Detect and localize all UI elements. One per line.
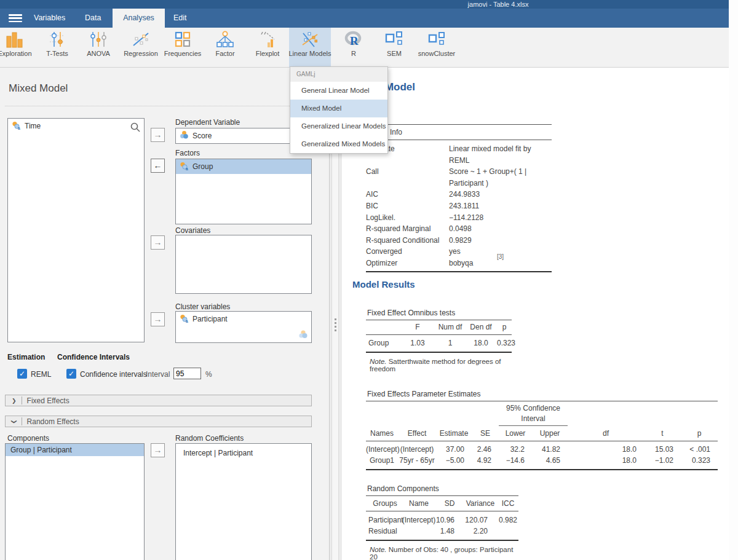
cell: 0.982 — [498, 515, 518, 526]
toolbar-item-label: SEM — [387, 50, 402, 57]
cell: Effect — [398, 428, 436, 439]
splitter-drag-handle[interactable] — [335, 318, 336, 333]
variable-item-time[interactable]: a Time — [8, 119, 144, 133]
interval-input[interactable] — [173, 368, 201, 379]
tab-edit[interactable]: Edit — [173, 9, 187, 28]
factors-label: Factors — [175, 149, 200, 157]
cell: df — [568, 428, 644, 439]
confidence-intervals-checkbox[interactable]: ✓ — [66, 369, 76, 379]
cell: 4.65 — [532, 455, 568, 466]
footnote-marker: [3] — [497, 253, 504, 260]
remove-factor-button[interactable]: ← — [151, 159, 165, 173]
cell: 75yr - 65yr — [398, 455, 436, 466]
factor-icon — [216, 29, 234, 50]
cell: p — [497, 321, 512, 333]
table-header-row: GroupsNameSDVarianceICC — [366, 496, 518, 511]
anova-icon — [89, 29, 108, 50]
fixed-estimates-table: Fixed Effects Parameter Estimates 95% Co… — [366, 388, 718, 470]
variable-item-group[interactable]: a Group — [176, 159, 311, 174]
model-results-heading: Model Results — [352, 279, 415, 290]
assign-cluster-button[interactable]: → — [151, 312, 165, 326]
menu-item-mixed-model[interactable]: Mixed Model — [290, 100, 387, 117]
table-row: LogLikel.−114.2128 — [366, 212, 552, 224]
ci-group-header-row: 95% Confidence Interval — [366, 401, 718, 426]
assign-dependent-button[interactable]: → — [151, 128, 165, 142]
components-box[interactable]: Group | Participant — [5, 443, 145, 560]
table-title: Fixed Effect Omnibus tests — [366, 307, 512, 320]
random-components-table: Random Components GroupsNameSDVarianceIC… — [366, 483, 518, 560]
tab-data[interactable]: Data — [85, 9, 101, 28]
reml-label: REML — [31, 370, 51, 379]
linear-models-icon — [301, 29, 319, 50]
arrow-right-icon: → — [154, 130, 162, 140]
table-title: Random Components — [366, 483, 518, 495]
cell: Score ~ 1 + Group+( 1 | Participant ) — [449, 166, 552, 189]
toolbar-item-linear-models[interactable]: Linear Models — [289, 28, 331, 68]
toolbar-item-snowcluster[interactable]: snowCluster — [415, 29, 458, 66]
cell — [498, 526, 518, 537]
table-row: AIC244.9833 — [366, 189, 552, 200]
cell: LogLikel. — [366, 212, 449, 224]
menu-item-general-linear-model[interactable]: General Linear Model — [290, 82, 387, 100]
hamburger-menu-icon[interactable] — [9, 14, 23, 23]
toolbar-item-r[interactable]: R R — [332, 29, 375, 66]
reml-checkbox[interactable]: ✓ — [17, 369, 27, 379]
drag-ghost-variable-icon — [298, 329, 308, 341]
svg-text:a: a — [186, 319, 188, 323]
table-row: Group1.03118.00.323 — [366, 335, 512, 352]
factors-box[interactable]: a Group — [175, 159, 312, 224]
cell: 2.20 — [463, 526, 498, 537]
cell: Names — [366, 428, 398, 439]
cluster-variables-box[interactable]: a Participant — [175, 311, 312, 343]
cell: 244.9833 — [449, 189, 552, 200]
component-item[interactable]: Group | Participant — [6, 444, 144, 456]
svg-text:a: a — [186, 167, 188, 171]
random-coefficients-box[interactable]: Intercept | Participant — [175, 443, 312, 560]
toolbar-item-flexplot[interactable]: Flexplot — [246, 29, 289, 66]
cell: 18.0 — [568, 444, 644, 455]
cell: 0.9829 — [449, 235, 552, 246]
cell: 243.1811 — [449, 200, 552, 212]
menu-item-generalized-linear-models[interactable]: Generalized Linear Models — [290, 117, 387, 135]
cell: t — [644, 428, 681, 439]
toolbar-item-label: R — [351, 50, 356, 57]
cell: Variance — [463, 498, 498, 509]
toolbar-item-regression[interactable]: Regression — [119, 29, 162, 66]
covariates-box[interactable] — [175, 235, 312, 294]
chevron-right-icon: ❯ — [12, 398, 17, 404]
random-effects-section-header[interactable]: ❯ Random Effects — [5, 416, 312, 427]
toolbar-item-factor[interactable]: Factor — [204, 29, 247, 66]
analysis-options-panel: Mixed Model a Time → ← → → Dependent Var… — [0, 68, 330, 560]
variables-list[interactable]: a Time — [7, 118, 145, 342]
fixed-effects-section-header[interactable]: ❯ Fixed Effects — [5, 395, 312, 406]
cell: 2.46 — [472, 444, 499, 455]
cell: 0.323 — [497, 337, 512, 349]
divider — [22, 417, 22, 425]
menu-item-generalized-mixed-models[interactable]: Generalized Mixed Models — [290, 135, 387, 153]
nominal-variable-icon: a — [180, 314, 189, 325]
cell: BIC — [366, 200, 449, 212]
search-icon[interactable] — [130, 122, 141, 133]
assign-covariate-button[interactable]: → — [151, 235, 165, 250]
assign-random-coefficient-button[interactable]: → — [151, 443, 165, 457]
table-row: EstimateLinear mixed model fit by REML — [366, 143, 552, 166]
toolbar-item-sem[interactable]: SEM — [373, 29, 416, 66]
tab-analyses[interactable]: Analyses — [113, 9, 165, 28]
cell: −114.2128 — [449, 212, 552, 224]
cell: Optimizer — [366, 258, 449, 269]
toolbar-item-frequencies[interactable]: Frequencies — [161, 29, 204, 66]
toolbar-item-anova[interactable]: ANOVA — [77, 29, 120, 66]
jamovi-window: jamovi - Table 4.xlsx Variables Data Ana… — [0, 0, 738, 560]
toolbar-item-label: Flexplot — [256, 50, 280, 57]
interval-label: Interval — [146, 370, 170, 379]
toolbar-item-ttests[interactable]: T-Tests — [36, 29, 79, 66]
variable-item-participant[interactable]: a Participant — [176, 312, 311, 326]
components-label: Components — [7, 434, 49, 443]
toolbar-item-label: Factor — [215, 50, 234, 57]
tab-variables[interactable]: Variables — [34, 9, 65, 28]
r-logo-icon: R — [344, 29, 363, 50]
cluster-variables-label: Cluster variables — [175, 302, 230, 311]
random-coefficient-item[interactable]: Intercept | Participant — [176, 444, 311, 457]
toolbar-item-exploration[interactable]: Exploration — [0, 29, 36, 66]
toolbar-item-label: Exploration — [0, 50, 32, 57]
